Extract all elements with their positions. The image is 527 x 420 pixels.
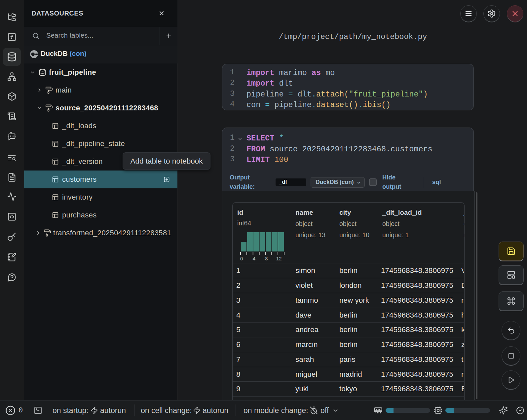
svg-text:4: 4 — [252, 256, 255, 261]
svg-text:12: 12 — [276, 256, 282, 261]
svg-text:0: 0 — [240, 256, 243, 261]
svg-text:8: 8 — [265, 256, 268, 261]
